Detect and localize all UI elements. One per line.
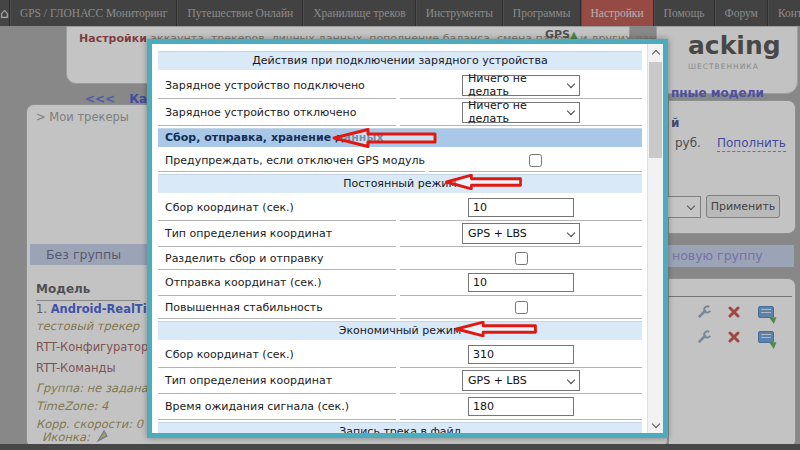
field-label: Тип определения координат [158, 221, 396, 247]
const-collect-input[interactable] [468, 198, 574, 217]
section-header-charging: Действия при подключении зарядного устро… [158, 51, 642, 70]
field-label: Зарядное устройство подключено [158, 72, 396, 99]
chevron-down-icon [651, 419, 659, 427]
field-label: Тип определения координат [158, 368, 396, 394]
field-label: Повышенная стабильность [158, 296, 396, 319]
split-collect-send-checkbox[interactable] [515, 252, 528, 265]
annotation-arrow-data-section [332, 128, 437, 148]
eco-wait-input[interactable] [468, 397, 574, 416]
row-high-stability: Повышенная стабильность [158, 296, 642, 319]
charger-connected-select[interactable]: Ничего не делать [462, 75, 580, 96]
screen: ⌂ GPS / ГЛОНАСС Мониторинг Путешествие О… [0, 0, 800, 450]
row-split-collect-send: Разделить сбор и отправку [158, 247, 642, 270]
const-coord-type-select[interactable]: GPS + LBS [462, 223, 580, 244]
section-header-constant-mode: Постоянный режим [158, 174, 642, 193]
row-eco-collect: Сбор координат (сек.) [158, 342, 642, 368]
row-const-coord-type: Тип определения координат GPS + LBS [158, 221, 642, 247]
row-eco-coord-type: Тип определения координат GPS + LBS [158, 368, 642, 394]
charger-disconnected-select[interactable]: Ничего не делать [462, 102, 580, 123]
eco-collect-input[interactable] [468, 345, 574, 364]
annotation-arrow-constant-mode [445, 174, 522, 190]
modal-scrollbar[interactable] [647, 44, 663, 433]
field-label: Время ожидания сигнала (сек.) [158, 394, 396, 420]
row-const-send: Отправка координат (сек.) [158, 270, 642, 296]
annotation-arrow-eco-mode [455, 321, 537, 337]
section-header-track-file: Запись трека в файл [158, 422, 642, 433]
modal-content: Действия при подключении зарядного устро… [152, 44, 648, 433]
chevron-down-icon [567, 228, 575, 236]
field-label: Разделить сбор и отправку [158, 247, 396, 270]
section-header-eco-mode: Экономичный режим [158, 321, 642, 340]
chevron-down-icon [567, 375, 575, 383]
row-charger-disconnected: Зарядное устройство отключено Ничего не … [158, 99, 642, 126]
warn-gps-off-checkbox[interactable] [529, 154, 542, 167]
scroll-down-button[interactable] [648, 417, 663, 433]
eco-coord-type-select[interactable]: GPS + LBS [462, 370, 580, 391]
scroll-up-button[interactable] [648, 44, 663, 60]
field-label: Зарядное устройство отключено [158, 99, 396, 126]
tracker-settings-modal: Действия при подключении зарядного устро… [147, 39, 668, 438]
field-label: Отправка координат (сек.) [158, 270, 396, 296]
field-label: Сбор координат (сек.) [158, 342, 396, 368]
chevron-up-icon [651, 49, 659, 57]
row-eco-wait: Время ожидания сигнала (сек.) [158, 394, 642, 420]
row-const-collect: Сбор координат (сек.) [158, 195, 642, 221]
row-warn-gps-off: Предупреждать, если отключен GPS модуль [158, 149, 642, 172]
const-send-input[interactable] [468, 273, 574, 292]
scrollbar-thumb[interactable] [649, 62, 662, 158]
field-label: Сбор координат (сек.) [158, 195, 396, 221]
row-charger-connected: Зарядное устройство подключено Ничего не… [158, 72, 642, 99]
field-label: Предупреждать, если отключен GPS модуль [158, 149, 425, 172]
high-stability-checkbox[interactable] [515, 301, 528, 314]
